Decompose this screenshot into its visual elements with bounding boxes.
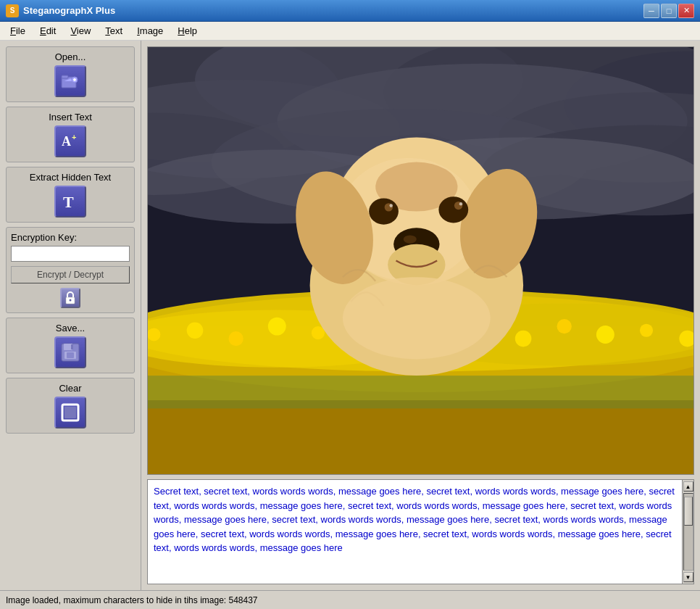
open-group: Open... bbox=[6, 46, 135, 102]
svg-text:A: A bbox=[62, 134, 71, 149]
svg-point-7 bbox=[70, 299, 72, 302]
lock-icon bbox=[63, 291, 78, 305]
sidebar: Open... Insert Text A + bbox=[0, 41, 141, 590]
svg-point-57 bbox=[438, 196, 468, 223]
menu-edit[interactable]: Edit bbox=[33, 23, 63, 38]
image-area bbox=[147, 46, 694, 475]
extract-icon: T bbox=[59, 190, 82, 213]
save-button[interactable] bbox=[54, 336, 86, 368]
right-panel: Secret text, secret text, words words wo… bbox=[141, 41, 700, 590]
svg-rect-12 bbox=[71, 344, 73, 349]
save-icon bbox=[59, 341, 81, 363]
menu-image[interactable]: Image bbox=[130, 23, 170, 38]
status-text: Image loaded, maximum characters to hide… bbox=[6, 595, 258, 605]
window-title: SteganographX Plus bbox=[23, 5, 115, 16]
title-bar-left: S SteganographX Plus bbox=[6, 4, 115, 17]
clear-group: Clear bbox=[6, 378, 135, 434]
scroll-track[interactable] bbox=[683, 493, 693, 571]
main-container: Open... Insert Text A + bbox=[0, 41, 700, 590]
encryption-key-label: Encryption Key: bbox=[11, 232, 130, 243]
clear-icon bbox=[59, 402, 81, 423]
save-label: Save... bbox=[56, 323, 85, 334]
open-button[interactable] bbox=[54, 65, 86, 97]
insert-text-group: Insert Text A + bbox=[6, 107, 135, 162]
svg-point-35 bbox=[148, 328, 160, 341]
text-area-wrapper: Secret text, secret text, words words wo… bbox=[147, 479, 694, 584]
menu-help[interactable]: Help bbox=[170, 23, 204, 38]
open-label: Open... bbox=[55, 51, 86, 62]
svg-point-47 bbox=[640, 324, 653, 337]
encrypt-decrypt-icon[interactable] bbox=[60, 288, 80, 308]
close-button[interactable]: ✕ bbox=[678, 4, 694, 18]
save-group: Save... bbox=[6, 318, 135, 373]
extract-group: Extract Hidden Text T bbox=[6, 167, 135, 223]
svg-point-60 bbox=[389, 204, 393, 207]
clear-label: Clear bbox=[59, 383, 81, 394]
app-icon: S bbox=[6, 4, 19, 17]
svg-text:T: T bbox=[63, 193, 74, 211]
maximize-button[interactable]: □ bbox=[661, 4, 677, 18]
menu-bar: File Edit View Text Image Help bbox=[0, 22, 700, 41]
minimize-button[interactable]: ─ bbox=[643, 4, 659, 18]
menu-view[interactable]: View bbox=[63, 23, 98, 38]
encryption-key-input[interactable] bbox=[11, 246, 130, 262]
extract-button[interactable]: T bbox=[54, 186, 86, 218]
scroll-down-arrow[interactable]: ▼ bbox=[683, 572, 693, 582]
svg-text:+: + bbox=[72, 133, 76, 141]
svg-point-38 bbox=[268, 318, 286, 336]
svg-point-56 bbox=[369, 198, 399, 224]
svg-rect-11 bbox=[67, 352, 74, 358]
extract-label: Extract Hidden Text bbox=[30, 172, 111, 183]
svg-point-37 bbox=[228, 331, 243, 346]
svg-point-63 bbox=[404, 235, 417, 243]
title-bar: S SteganographX Plus ─ □ ✕ bbox=[0, 0, 700, 22]
encryption-key-group: Encryption Key: Encrypt / Decrypt bbox=[6, 227, 135, 313]
svg-point-61 bbox=[459, 202, 463, 206]
dog-image bbox=[148, 47, 693, 474]
svg-rect-34 bbox=[148, 376, 693, 408]
svg-point-65 bbox=[343, 277, 491, 359]
menu-file[interactable]: File bbox=[3, 23, 33, 38]
insert-text-label: Insert Text bbox=[49, 112, 92, 123]
svg-point-46 bbox=[596, 326, 614, 344]
text-scrollbar[interactable]: ▲ ▼ bbox=[682, 480, 693, 584]
insert-text-icon: A + bbox=[59, 130, 82, 153]
svg-point-45 bbox=[557, 319, 572, 334]
encrypt-decrypt-label: Encrypt / Decrypt bbox=[37, 270, 104, 280]
svg-point-36 bbox=[187, 322, 204, 339]
title-bar-controls: ─ □ ✕ bbox=[643, 4, 694, 18]
encrypt-decrypt-button[interactable]: Encrypt / Decrypt bbox=[11, 266, 130, 283]
open-icon bbox=[60, 71, 80, 91]
svg-rect-30 bbox=[148, 400, 693, 474]
svg-point-39 bbox=[312, 326, 325, 339]
svg-rect-1 bbox=[62, 75, 68, 78]
svg-point-44 bbox=[515, 331, 532, 347]
clear-button[interactable] bbox=[54, 397, 86, 428]
menu-text[interactable]: Text bbox=[98, 23, 130, 38]
scroll-up-arrow[interactable]: ▲ bbox=[683, 481, 693, 492]
svg-rect-14 bbox=[64, 407, 76, 418]
text-content: Secret text, secret text, words words wo… bbox=[148, 480, 682, 584]
status-bar: Image loaded, maximum characters to hide… bbox=[0, 590, 700, 609]
insert-text-button[interactable]: A + bbox=[54, 125, 86, 157]
scroll-thumb[interactable] bbox=[684, 497, 693, 526]
